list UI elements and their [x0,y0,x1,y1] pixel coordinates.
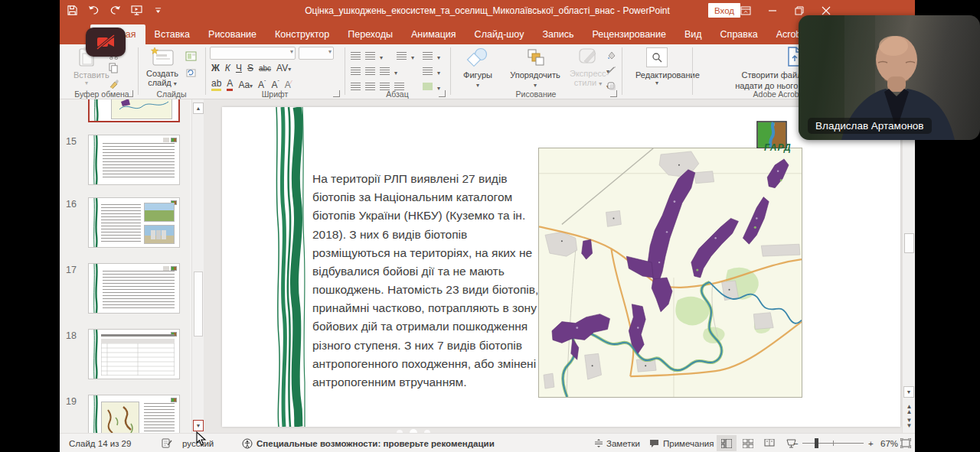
shapes-button[interactable]: Фигуры▾ [456,47,499,89]
thumbnail-number: 15 [66,136,77,147]
clipboard-dialog-launcher[interactable] [126,90,133,97]
thumbnail-slide-16[interactable] [88,197,180,248]
tab-animations[interactable]: Анимация [402,24,466,44]
reset-slide-icon[interactable] [185,67,197,81]
thumbnail-slide-15[interactable] [88,135,180,185]
ribbon-tabs: Главная Вставка Рисование Конструктор Пе… [60,21,915,44]
mini-map [111,99,172,119]
thumbnail-slide-17[interactable] [88,263,180,314]
reading-view-button[interactable] [760,435,779,451]
speaker-video-tile[interactable]: Владислав Артамонов [799,15,980,140]
font-dialog-launcher[interactable] [333,90,340,97]
thumbnail-number: 18 [66,330,77,341]
quick-styles-button[interactable]: Экспресс-стили ▾ [570,47,606,87]
comments-toggle[interactable]: Примечания [663,434,714,452]
bold-button[interactable]: Ж [211,63,220,73]
scroll-up-button[interactable]: ▲ [193,102,204,114]
change-case-button[interactable]: Aa▾ [238,80,253,90]
zoom-slider-tick [833,441,834,446]
align-text-button[interactable]: ▾ [423,64,440,78]
minimize-button[interactable] [760,0,785,21]
grow-font-button[interactable]: Аˆ [258,80,266,90]
scroll-down-button[interactable]: ▼ [903,386,914,398]
tab-help[interactable]: Справка [711,24,767,44]
editing-button[interactable]: Редактирование ▾ [635,47,678,86]
drawing-dialog-launcher[interactable] [610,90,617,97]
clear-formatting-button[interactable]: А⁄ [285,80,292,90]
comments-icon[interactable] [649,434,659,452]
tab-slideshow[interactable]: Слайд-шоу [466,24,534,44]
bullets-button[interactable]: ▾ [351,49,383,63]
thumbnail-slide-19[interactable] [88,395,180,433]
zoom-in-button[interactable]: + [868,434,874,452]
character-spacing-button[interactable]: AV▾ [276,63,291,73]
mini-table [101,339,175,376]
tab-transitions[interactable]: Переходы [338,24,402,44]
mini-green-band [93,99,100,121]
strikethrough-button[interactable]: S [247,63,253,73]
line-spacing-button[interactable]: ▾ [397,49,414,63]
mini-logo-alt [163,138,169,142]
slide-area-scrollbar[interactable]: ▼ ▲▲ ▼▼ [902,99,915,433]
text-direction-button[interactable]: ▾ [423,49,440,63]
tab-draw[interactable]: Рисование [199,24,266,44]
gard-logo: ГАРД [756,121,796,154]
tab-record[interactable]: Запись [533,24,583,44]
font-group-label: Шрифт [208,89,341,99]
fit-slide-to-window-button[interactable] [900,434,911,452]
slide-body-text[interactable]: На території РЛП виявлені 27 видів біото… [312,170,547,392]
font-name-combo[interactable] [210,47,296,60]
tab-insert[interactable]: Вставка [145,24,199,44]
zoom-level[interactable]: 67% [880,434,898,452]
zoom-out-button[interactable]: − [793,434,799,452]
group-paragraph: ▾ ▾ ▾ ▾ ▾ ▾ Абзац [348,44,447,99]
mini-green-band [92,198,99,247]
thumbnail-number: 19 [66,396,77,407]
clipboard-group-label: Буфер обмена [69,89,135,99]
underline-button[interactable]: Ч [236,63,242,73]
slides-group-label: Слайды [141,89,202,99]
copy-icon[interactable] [109,63,119,76]
thumbnail-slide-14-current[interactable] [88,99,180,122]
tab-view[interactable]: Вид [675,24,711,44]
thumbnail-slide-18[interactable] [88,329,180,379]
mouse-cursor [196,431,207,447]
mini-photo-silos [144,225,175,244]
accessibility-icon[interactable] [242,434,253,452]
paragraph-dialog-launcher[interactable] [439,90,446,97]
ribbon-display-options-icon[interactable] [733,0,758,21]
camera-off-indicator [86,28,126,57]
tab-design[interactable]: Конструктор [266,24,338,44]
slide-layout-icon[interactable] [185,50,197,64]
zoom-slider-thumb[interactable] [815,438,818,448]
shrink-font-button[interactable]: Аˇ [271,80,279,90]
font-size-combo[interactable] [299,47,334,60]
text-shadow-button[interactable]: abc [259,64,271,73]
next-slide-button[interactable]: ▼▼ [904,418,914,428]
accessibility-status[interactable]: Специальные возможности: проверьте реком… [256,434,495,452]
mini-text-lines [101,204,141,242]
group-drawing: Фигуры▾ Упорядочить▾ Экспресс-стили ▾ ▾ … [453,44,619,99]
indent-buttons[interactable]: ▾ [351,64,397,78]
arrange-button[interactable]: Упорядочить▾ [504,47,567,89]
new-slide-button[interactable]: Создатьслайд ▾ [142,47,182,87]
proofing-icon[interactable] [162,434,172,452]
group-font: Ж К Ч S abc AV▾ ab А Aa▾ Аˆ Аˇ А⁄ Шрифт [208,44,341,99]
participant-name-label: Владислав Артамонов [808,118,932,134]
notes-toggle[interactable]: Заметки [606,434,640,452]
scrollbar-thumb[interactable] [904,233,914,253]
slide-sorter-view-button[interactable] [738,435,758,451]
slide-14-editing-surface[interactable]: На території РЛП виявлені 27 видів біото… [222,107,900,427]
slide-counter[interactable]: Слайд 14 из 29 [69,434,131,452]
tab-review[interactable]: Рецензирование [583,24,675,44]
italic-button[interactable]: К [225,63,230,73]
previous-slide-button[interactable]: ▲▲ [904,404,914,415]
mini-table-title [101,334,175,337]
thumbnail-scrollbar[interactable]: ▲ ▼ [191,99,204,433]
slide-map-image[interactable] [538,148,802,398]
thumbnail-scrollbar-thumb[interactable] [194,272,203,337]
normal-view-button[interactable] [717,435,737,451]
notes-icon[interactable] [594,434,603,452]
scroll-down-button-hovered[interactable]: ▼ [193,420,204,431]
status-bar: Слайд 14 из 29 русский Специальные возмо… [60,433,915,452]
